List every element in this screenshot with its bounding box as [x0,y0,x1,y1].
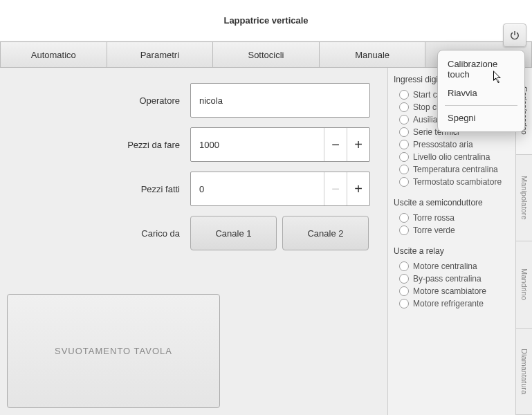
input-operatore[interactable] [190,83,370,118]
row-pezzi-da-fare: Pezzi da fare − + [7,126,380,163]
io-item[interactable]: By-pass centralina [394,273,510,285]
menu-spegni[interactable]: Spegni [438,109,524,127]
io-item[interactable]: Livello olio centralina [394,151,510,163]
row-operatore: Operatore [7,82,380,119]
stepper-plus-pezzi-da-fare[interactable]: + [347,128,369,161]
main-panel: Operatore Pezzi da fare − + Pezzi fatti … [0,68,387,415]
titlebar: Lappatrice verticale [0,0,532,42]
radio-icon [399,177,409,187]
io-item[interactable]: Termostato scambiatore [394,176,510,188]
label-carico-da: Carico da [7,228,190,239]
radio-icon [399,286,409,296]
vtab-diamantatura[interactable]: Diamantatura [516,329,532,416]
io-label: Temperatura centralina [413,165,498,174]
input-pezzi-da-fare[interactable] [191,128,324,161]
vtab-manipolatore[interactable]: Manipolatore [516,155,532,242]
section-uscite-relay: Uscite a relay Motore centralina By-pass… [394,246,510,310]
io-label: Pressostato aria [413,140,473,149]
stepper-plus-pezzi-fatti[interactable]: + [347,172,369,205]
menu-separator [445,105,517,106]
input-pezzi-fatti[interactable] [191,172,324,205]
label-pezzi-da-fare: Pezzi da fare [7,140,190,150]
radio-icon [399,274,409,284]
io-label: Livello olio centralina [413,152,490,162]
row-carico-da: Carico da Canale 1 Canale 2 [7,214,380,252]
io-label: Torre rossa [413,213,455,223]
io-label: Motore refrigerante [413,299,484,308]
menu-riavvia[interactable]: Riavvia [438,84,524,102]
stepper-minus-pezzi-fatti[interactable]: − [324,172,347,205]
io-item[interactable]: Motore scambiatore [394,285,510,297]
radio-icon [399,299,409,308]
radio-icon [399,213,409,223]
radio-icon [399,225,409,235]
menu-calibrazione-touch[interactable]: Calibrazione touch [438,55,524,84]
label-operatore: Operatore [7,95,190,106]
io-item[interactable]: Torre verde [394,224,510,237]
io-label: Motore centralina [413,261,477,271]
io-label: Termostato scambiatore [413,177,502,187]
button-canale-2[interactable]: Canale 2 [282,216,369,250]
button-svuotamento-tavola[interactable]: SVUOTAMENTO TAVOLA [7,294,220,408]
radio-icon [399,90,409,100]
label-pezzi-fatti: Pezzi fatti [7,184,190,194]
io-item[interactable]: Motore centralina [394,260,510,273]
io-label: Motore scambiatore [413,286,486,296]
io-item[interactable]: Torre rossa [394,212,510,224]
radio-icon [399,102,409,112]
radio-icon [399,127,409,137]
power-menu: Calibrazione touch Riavvia Spegni [437,50,525,132]
row-pezzi-fatti: Pezzi fatti − + [7,170,380,208]
io-label: By-pass centralina [413,274,481,284]
title-uscite-semiconduttore: Uscite a semiconduttore [394,198,510,208]
channel-buttons: Canale 1 Canale 2 [190,216,369,250]
title-uscite-relay: Uscite a relay [394,246,510,256]
io-item[interactable]: Pressostato aria [394,138,510,151]
radio-icon [399,140,409,149]
section-uscite-semiconduttore: Uscite a semiconduttore Torre rossa Torr… [394,198,510,237]
stepper-minus-pezzi-da-fare[interactable]: − [324,128,347,161]
vtab-mandrino[interactable]: Mandrino [516,241,532,329]
stepper-pezzi-fatti: − + [190,172,370,206]
tab-automatico[interactable]: Automatico [0,42,107,67]
radio-icon [399,115,409,124]
tab-manuale[interactable]: Manuale [320,42,426,67]
io-item[interactable]: Temperatura centralina [394,163,510,176]
power-button[interactable] [503,24,526,47]
io-item[interactable]: Motore refrigerante [394,297,510,310]
radio-icon [399,261,409,271]
radio-icon [399,165,409,174]
tab-sottocicli[interactable]: Sottocicli [213,42,320,67]
power-icon [510,30,520,40]
window-title: Lappatrice verticale [223,15,308,26]
io-label: Torre verde [413,225,455,235]
tab-parametri[interactable]: Parametri [107,42,214,67]
stepper-pezzi-da-fare: − + [190,127,370,162]
radio-icon [399,152,409,162]
button-canale-1[interactable]: Canale 1 [190,216,277,250]
